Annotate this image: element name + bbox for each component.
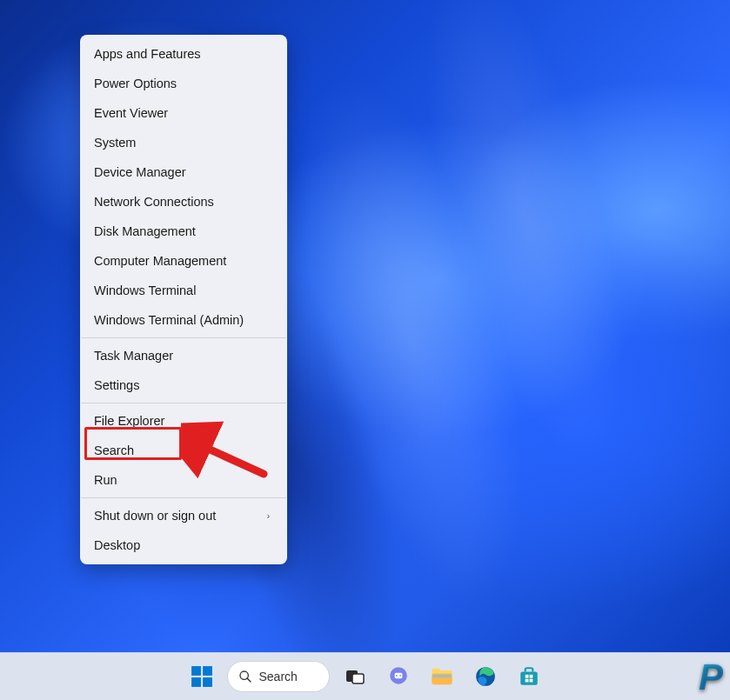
menu-item-label: Device Manager bbox=[94, 165, 186, 179]
svg-rect-9 bbox=[352, 674, 364, 683]
svg-rect-2 bbox=[191, 666, 201, 676]
menu-item-label: Task Manager bbox=[94, 349, 173, 363]
taskbar-search-label: Search bbox=[259, 670, 298, 683]
file-explorer-icon[interactable] bbox=[424, 658, 460, 695]
svg-point-12 bbox=[395, 675, 397, 677]
teams-chat-icon[interactable] bbox=[380, 658, 417, 695]
microsoft-store-icon[interactable] bbox=[511, 658, 547, 695]
menu-item-label: Disk Management bbox=[94, 224, 196, 238]
svg-rect-17 bbox=[520, 672, 538, 685]
menu-item-shut-down-or-sign-out[interactable]: Shut down or sign out› bbox=[80, 501, 287, 530]
svg-rect-18 bbox=[525, 675, 528, 678]
svg-line-7 bbox=[247, 678, 251, 682]
edge-browser-icon[interactable] bbox=[467, 658, 504, 695]
menu-item-windows-terminal[interactable]: Windows Terminal bbox=[80, 276, 287, 305]
watermark-logo: P bbox=[699, 657, 723, 698]
svg-rect-15 bbox=[432, 675, 451, 678]
svg-rect-21 bbox=[529, 679, 532, 683]
menu-item-label: Search bbox=[94, 443, 134, 457]
menu-item-file-explorer[interactable]: File Explorer bbox=[80, 406, 287, 436]
taskbar-search[interactable]: Search bbox=[227, 661, 330, 692]
menu-item-settings[interactable]: Settings bbox=[80, 370, 287, 400]
svg-point-13 bbox=[399, 675, 401, 677]
menu-item-label: Network Connections bbox=[94, 195, 214, 209]
menu-item-run[interactable]: Run bbox=[80, 465, 287, 495]
svg-rect-4 bbox=[191, 677, 201, 687]
menu-item-power-options[interactable]: Power Options bbox=[80, 69, 287, 98]
menu-item-search[interactable]: Search bbox=[80, 436, 287, 465]
menu-item-apps-and-features[interactable]: Apps and Features bbox=[80, 39, 287, 69]
chevron-right-icon: › bbox=[267, 511, 270, 521]
task-view-button[interactable] bbox=[337, 658, 373, 695]
svg-rect-3 bbox=[203, 666, 212, 676]
menu-item-device-manager[interactable]: Device Manager bbox=[80, 157, 287, 187]
menu-item-label: Event Viewer bbox=[94, 106, 168, 120]
menu-item-label: Run bbox=[94, 473, 117, 487]
menu-separator bbox=[81, 337, 286, 338]
menu-item-label: File Explorer bbox=[94, 414, 164, 428]
svg-rect-19 bbox=[529, 675, 532, 678]
svg-rect-20 bbox=[525, 679, 528, 683]
menu-item-label: Computer Management bbox=[94, 254, 226, 268]
menu-separator bbox=[81, 497, 286, 498]
svg-rect-5 bbox=[203, 677, 212, 687]
menu-item-label: Desktop bbox=[94, 538, 140, 552]
menu-item-system[interactable]: System bbox=[80, 128, 287, 157]
menu-item-label: Settings bbox=[94, 378, 139, 392]
menu-item-event-viewer[interactable]: Event Viewer bbox=[80, 98, 287, 128]
menu-item-network-connections[interactable]: Network Connections bbox=[80, 187, 287, 217]
menu-item-windows-terminal-admin[interactable]: Windows Terminal (Admin) bbox=[80, 305, 287, 335]
menu-item-computer-management[interactable]: Computer Management bbox=[80, 246, 287, 276]
menu-item-label: System bbox=[94, 136, 136, 150]
search-icon bbox=[238, 670, 252, 683]
menu-item-task-manager[interactable]: Task Manager bbox=[80, 341, 287, 370]
menu-item-label: Shut down or sign out bbox=[94, 509, 216, 523]
menu-item-label: Power Options bbox=[94, 77, 177, 90]
menu-item-label: Apps and Features bbox=[94, 47, 201, 61]
menu-separator bbox=[81, 403, 286, 403]
menu-item-disk-management[interactable]: Disk Management bbox=[80, 217, 287, 246]
start-button[interactable] bbox=[184, 658, 220, 695]
menu-item-desktop[interactable]: Desktop bbox=[80, 530, 287, 560]
taskbar: Search bbox=[0, 652, 730, 700]
menu-item-label: Windows Terminal (Admin) bbox=[94, 313, 244, 327]
winx-context-menu: Apps and FeaturesPower OptionsEvent View… bbox=[80, 35, 287, 564]
menu-item-label: Windows Terminal bbox=[94, 283, 196, 297]
